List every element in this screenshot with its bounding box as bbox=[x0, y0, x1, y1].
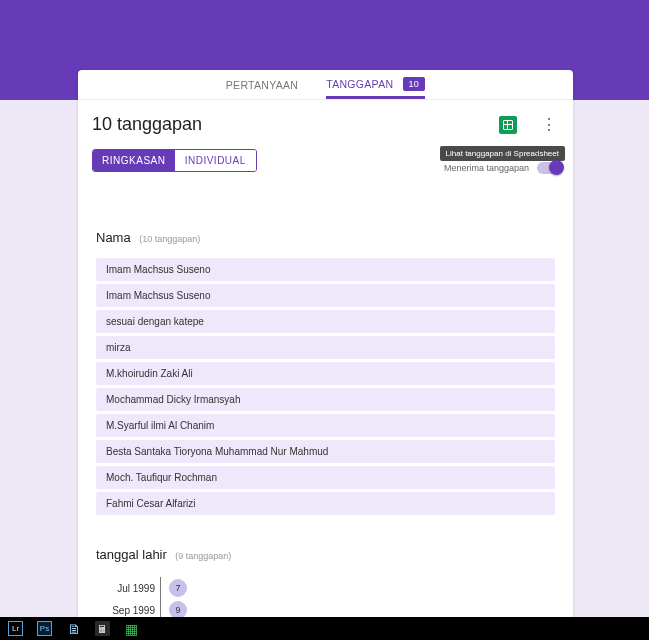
sheets-icon[interactable] bbox=[499, 116, 517, 134]
form-responses-card: PERTANYAAN TANGGAPAN 10 10 tanggapan ⋮ R… bbox=[78, 70, 573, 640]
responses-count-badge: 10 bbox=[403, 77, 426, 91]
tab-responses[interactable]: TANGGAPAN 10 bbox=[326, 71, 425, 99]
taskbar-calculator-icon[interactable]: 🖩 bbox=[95, 621, 110, 636]
tanggal-subcount: (9 tanggapan) bbox=[175, 551, 231, 561]
list-item: Imam Machsus Suseno bbox=[96, 258, 555, 281]
taskbar-lightroom-icon[interactable]: Lr bbox=[8, 621, 23, 636]
list-item: Fahmi Cesar Alfarizi bbox=[96, 492, 555, 515]
accepting-label: Menerima tanggapan bbox=[444, 163, 529, 173]
date-count-bubble: 7 bbox=[169, 579, 187, 597]
header-row: 10 tanggapan ⋮ bbox=[78, 100, 573, 139]
tabs-row: PERTANYAAN TANGGAPAN 10 bbox=[78, 70, 573, 100]
list-item: sesuai dengan katepe bbox=[96, 310, 555, 333]
view-toggle: RINGKASAN INDIVIDUAL bbox=[92, 149, 257, 172]
accepting-toggle[interactable] bbox=[537, 162, 563, 174]
sheets-tooltip: Lihat tanggapan di Spreadsheet bbox=[440, 146, 565, 161]
tab-questions[interactable]: PERTANYAAN bbox=[226, 72, 298, 98]
tanggal-title: tanggal lahir bbox=[96, 547, 167, 562]
taskbar-document-icon[interactable]: 🗎 bbox=[66, 621, 81, 636]
date-label: Sep 1999 bbox=[105, 605, 155, 616]
windows-taskbar: Lr Ps 🗎 🖩 ▦ bbox=[0, 617, 649, 640]
nama-subcount: (10 tanggapan) bbox=[139, 234, 200, 244]
summary-tab-button[interactable]: RINGKASAN bbox=[93, 150, 175, 171]
question-nama-section: Nama (10 tanggapan) Imam Machsus SusenoI… bbox=[96, 228, 555, 515]
taskbar-photoshop-icon[interactable]: Ps bbox=[37, 621, 52, 636]
date-label: Jul 1999 bbox=[105, 583, 155, 594]
individual-tab-button[interactable]: INDIVIDUAL bbox=[175, 150, 257, 171]
list-item: Moch. Taufiqur Rochman bbox=[96, 466, 555, 489]
responses-title: 10 tanggapan bbox=[92, 114, 499, 135]
accepting-responses-row: Menerima tanggapan bbox=[444, 162, 563, 174]
nama-answers-list: Imam Machsus SusenoImam Machsus Susenose… bbox=[96, 258, 555, 515]
list-item: mirza bbox=[96, 336, 555, 359]
list-item: Besta Santaka Tioryona Muhammad Nur Mahm… bbox=[96, 440, 555, 463]
list-item: M.khoirudin Zaki Ali bbox=[96, 362, 555, 385]
more-menu-icon[interactable]: ⋮ bbox=[539, 117, 559, 133]
nama-title: Nama bbox=[96, 230, 131, 245]
list-item: Mochammad Dicky Irmansyah bbox=[96, 388, 555, 411]
date-row: Jul 19997 bbox=[161, 577, 555, 599]
list-item: Imam Machsus Suseno bbox=[96, 284, 555, 307]
taskbar-spreadsheet-icon[interactable]: ▦ bbox=[124, 621, 139, 636]
tab-responses-label: TANGGAPAN bbox=[326, 78, 393, 90]
list-item: M.Syarful ilmi Al Chanim bbox=[96, 414, 555, 437]
